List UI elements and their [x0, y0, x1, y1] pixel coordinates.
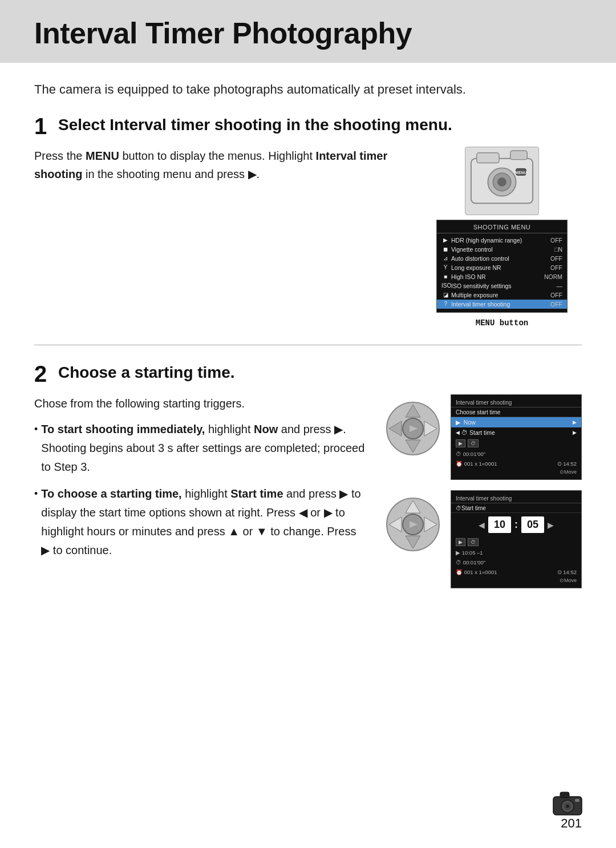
- menu-row-2: ◼ Vignette control □N: [437, 245, 567, 254]
- menu-value-1: OFF: [550, 237, 562, 244]
- menu-button-label: MENU button: [476, 318, 528, 328]
- menu-value-7: OFF: [550, 292, 562, 298]
- timer-move2: ⊙Move: [451, 577, 581, 585]
- bullet1-text: To start shooting immediately, highlight…: [41, 420, 367, 477]
- step2-pair1: Interval timer shooting Choose start tim…: [384, 394, 582, 480]
- svg-rect-23: [560, 792, 569, 798]
- menu-label-4: Long exposure NR: [451, 264, 550, 271]
- header-bar: Interval Timer Photography: [0, 0, 616, 63]
- step2-intro: Chose from the following starting trigge…: [34, 394, 367, 413]
- menu-label-5: High ISO NR: [451, 273, 544, 280]
- intro-text: The camera is equipped to take photograp…: [34, 80, 582, 99]
- timer2-count: ⏰ 001 x 1=0001: [456, 569, 497, 575]
- timer-option-start-label: Start time: [469, 429, 495, 436]
- camera-icon-bottom-right: [552, 791, 583, 818]
- menu-icon-7: ◪: [441, 292, 449, 298]
- page-number: 201: [561, 816, 582, 831]
- step1-text: Press the MENU button to display the men…: [34, 147, 405, 183]
- time-hours: 10: [488, 516, 511, 533]
- svg-rect-1: [477, 153, 499, 163]
- menu-value-4: OFF: [550, 264, 562, 271]
- svg-point-26: [566, 805, 569, 808]
- bullet2-dot: •: [34, 486, 38, 560]
- timer-option-now: ▶ Now ▶: [451, 417, 581, 427]
- time-arrow-left: ◀: [479, 520, 485, 530]
- step1-title: Select Interval timer shooting in the sh…: [58, 115, 452, 135]
- menu-value-2: □N: [554, 246, 562, 253]
- timer-option-now-arrow: ▶: [456, 419, 460, 426]
- time-arrow-right: ▶: [548, 520, 554, 530]
- svg-rect-27: [575, 799, 579, 802]
- step1-title-suffix: in the shooting menu.: [282, 116, 452, 134]
- menu-row-3: ⊿ Auto distortion control OFF: [437, 254, 567, 263]
- timer-move1: ⊙Move: [451, 469, 581, 477]
- svg-point-4: [497, 177, 506, 187]
- screen2-wrap: Interval timer shooting ⏱Start time ◀ 10…: [451, 490, 582, 588]
- menu-icon-2: ◼: [441, 246, 449, 253]
- step1-title-normal: Select: [58, 116, 110, 134]
- bullet1-now: Now: [254, 423, 278, 435]
- menu-label-3: Auto distortion control: [451, 255, 550, 262]
- timer2-bottom1: ▶ 10:05 –1: [451, 548, 581, 558]
- timer-option-start-arrow-right: ▶: [573, 430, 577, 435]
- step1-body: Press the MENU button to display the men…: [34, 147, 582, 328]
- main-content: The camera is equipped to take photograp…: [0, 63, 616, 640]
- menu-label-6: ISO sensitivity settings: [451, 282, 557, 289]
- step2-body: Chose from the following starting trigge…: [34, 394, 582, 588]
- timer-option-now-arrow-right: ▶: [573, 419, 577, 425]
- menu-value-3: OFF: [550, 255, 562, 262]
- camera-diagram-svg: MENU: [465, 147, 539, 215]
- dpad-wrap1: [384, 400, 441, 459]
- bullet2-text: To choose a starting time, highlight Sta…: [41, 484, 367, 560]
- menu-label-1: HDR (high dynamic range): [451, 237, 550, 244]
- menu-row-7: ◪ Multiple exposure OFF: [437, 290, 567, 300]
- dpad-svg2: [384, 496, 441, 553]
- timer-time-row: ⏱ 00:01'00": [456, 451, 485, 457]
- step2-number: 2: [34, 362, 52, 385]
- timer-screen2-subtitle: ⏱Start time: [451, 503, 581, 513]
- timer-option-start-arrow: ◀: [456, 430, 460, 435]
- timer-screen1-icons: ▶ ⏱: [451, 438, 581, 449]
- step1-title-bold: Interval timer shooting: [110, 116, 282, 134]
- menu-row-6: ISO ISO sensitivity settings —: [437, 281, 567, 290]
- shooting-menu-title: SHOOTING MENU: [437, 224, 567, 233]
- step2-right: Interval timer shooting Choose start tim…: [384, 394, 582, 588]
- menu-icon-4: Y: [441, 264, 449, 271]
- menu-label-7: Multiple exposure: [451, 292, 550, 298]
- timer2-clock: ⊙ 14:52: [557, 569, 577, 575]
- step2-title: Choose a starting time.: [58, 362, 235, 382]
- menu-row-4: Y Long exposure NR OFF: [437, 263, 567, 272]
- shooting-menu-box: SHOOTING MENU ▶ HDR (high dynamic range)…: [436, 220, 568, 313]
- step1-number: 1: [34, 115, 52, 138]
- screen1-wrap: Interval timer shooting Choose start tim…: [451, 394, 582, 480]
- timer-icon1: ▶: [456, 439, 465, 447]
- timer-screen2-icons: ▶ ⏱: [451, 536, 581, 548]
- timer2-bottom3: ⏰ 001 x 1=0001 ⊙ 14:52: [451, 567, 581, 577]
- menu-label-2: Vignette control: [451, 246, 554, 253]
- timer-bottom2: ⏰ 001 x 1=0001 ⊙ 14:52: [451, 459, 581, 469]
- menu-row-5: ■ High ISO NR NORM: [437, 272, 567, 281]
- timer-time-display: ◀ 10 : 05 ▶: [451, 513, 581, 536]
- timer-screen1: Interval timer shooting Choose start tim…: [451, 394, 582, 480]
- svg-rect-7: [510, 151, 528, 160]
- bullet2-start-time: Start time: [230, 487, 283, 500]
- timer-icon2: ⏱: [468, 439, 479, 447]
- step2-section: 2 Choose a starting time. Chose from the…: [34, 362, 582, 605]
- timer-option-start: ◀ ⏱ Start time ▶: [451, 427, 581, 438]
- step1-header: 1 Select Interval timer shooting in the …: [34, 115, 582, 138]
- timer-count-row: ⏰ 001 x 1=0001: [456, 461, 497, 467]
- step2-text: Chose from the following starting trigge…: [34, 394, 367, 568]
- step2-pair2: Interval timer shooting ⏱Start time ◀ 10…: [384, 490, 582, 588]
- menu-label-8: Interval timer shooting: [451, 301, 550, 308]
- menu-keyword: MENU: [86, 150, 119, 162]
- camera-icon-svg: [552, 791, 583, 816]
- timer-screen2: Interval timer shooting ⏱Start time ◀ 10…: [451, 490, 582, 588]
- menu-icon-6: ISO: [441, 282, 449, 289]
- bullet1-dot: •: [34, 421, 38, 477]
- menu-icon-1: ▶: [441, 237, 449, 244]
- bullet1-label: To start shooting immediately,: [41, 423, 205, 435]
- timer2-bottom1-text: ▶ 10:05 –1: [456, 550, 483, 556]
- menu-icon-3: ⊿: [441, 255, 449, 262]
- timer2-bottom2: ⏱ 00:01'00": [451, 558, 581, 567]
- time-minutes: 05: [521, 516, 544, 533]
